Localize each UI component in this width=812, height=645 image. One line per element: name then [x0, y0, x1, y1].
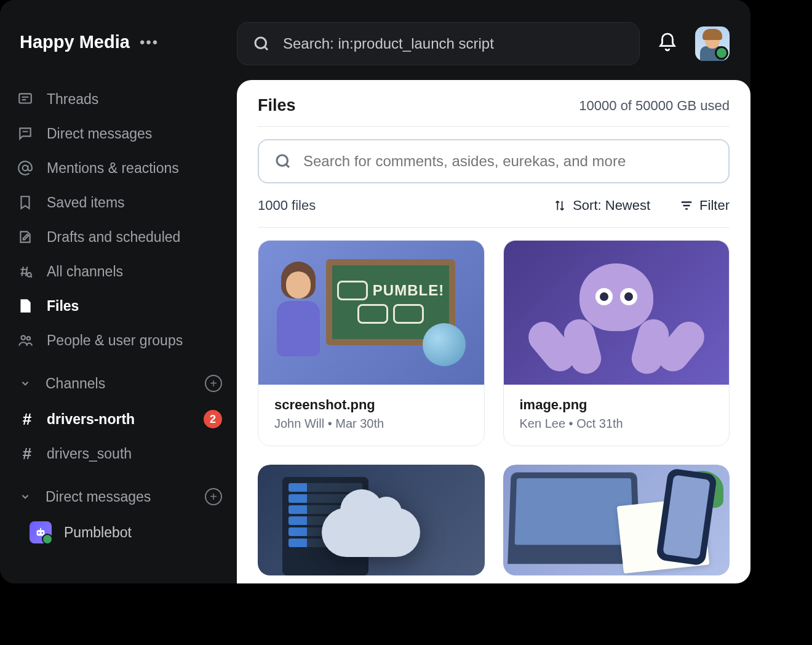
add-channel-icon[interactable]: + [205, 375, 222, 392]
nav-label: Saved items [47, 194, 125, 211]
workspace-name: Happy Media [20, 32, 130, 52]
file-meta: screenshot.png John Will • Mar 30th [258, 385, 484, 446]
svg-point-5 [27, 337, 30, 340]
filter-control[interactable]: Filter [680, 198, 730, 214]
files-grid: PUMBLE! screenshot.png John Will • Mar 3… [258, 240, 730, 575]
nav-drafts[interactable]: Drafts and scheduled [17, 220, 222, 254]
search-icon [274, 152, 292, 170]
channel-drivers-south[interactable]: # drivers_south [17, 436, 222, 471]
nav-label: Files [47, 298, 79, 314]
file-thumbnail [503, 465, 730, 575]
files-toolbar: 1000 files Sort: Newest Filter [258, 183, 730, 228]
storage-usage: 10000 of 50000 GB used [579, 98, 730, 114]
bot-avatar [30, 521, 52, 543]
chevron-down-icon [17, 378, 33, 389]
workspace-menu-icon[interactable]: ••• [140, 34, 159, 51]
svg-point-10 [277, 155, 288, 166]
file-thumbnail [504, 241, 730, 385]
nav-label: All channels [47, 263, 123, 280]
topbar: Search: in:product_launch script [237, 0, 750, 80]
file-thumbnail [258, 465, 485, 575]
filter-icon [680, 199, 693, 212]
hash-search-icon [17, 263, 33, 279]
threads-icon [17, 91, 33, 107]
nav-threads[interactable]: Threads [17, 82, 222, 116]
sort-label: Sort: Newest [573, 198, 650, 214]
at-icon [17, 160, 33, 176]
bookmark-icon [17, 194, 33, 210]
file-name: screenshot.png [274, 397, 468, 413]
svg-point-9 [255, 38, 266, 49]
hash-icon: # [20, 444, 34, 463]
channel-drivers-north[interactable]: # drivers-north 2 [17, 402, 222, 436]
nav-files[interactable]: Files [17, 289, 222, 323]
nav-label: Direct messages [47, 126, 152, 142]
file-author-date: Ken Lee • Oct 31th [520, 417, 714, 431]
sidebar: Happy Media ••• Threads Direct messages … [0, 0, 237, 583]
file-card[interactable]: PUMBLE! screenshot.png John Will • Mar 3… [258, 240, 485, 446]
main: Search: in:product_launch script Files 1… [237, 0, 750, 583]
file-thumbnail: PUMBLE! [258, 241, 484, 385]
unread-badge: 2 [204, 410, 222, 428]
search-text: Search: in:product_launch script [283, 35, 494, 52]
sort-icon [553, 199, 567, 212]
nav-mentions[interactable]: Mentions & reactions [17, 151, 222, 185]
nav-label: Drafts and scheduled [47, 229, 180, 246]
section-title: Channels [46, 375, 193, 392]
channels-section-header[interactable]: Channels + [17, 365, 222, 402]
global-search[interactable]: Search: in:product_launch script [237, 22, 640, 65]
nav-direct-messages[interactable]: Direct messages [17, 116, 222, 151]
file-author-date: John Will • Mar 30th [274, 417, 468, 431]
file-meta: image.png Ken Lee • Oct 31th [504, 385, 730, 446]
svg-point-8 [41, 532, 43, 534]
search-icon [252, 34, 271, 53]
user-avatar[interactable] [695, 26, 730, 61]
dm-section-header[interactable]: Direct messages + [17, 478, 222, 515]
nav-all-channels[interactable]: All channels [17, 254, 222, 289]
dm-icon [17, 126, 33, 142]
sort-control[interactable]: Sort: Newest [553, 198, 650, 214]
channel-name: drivers-north [47, 411, 191, 428]
files-header: Files 10000 of 50000 GB used [258, 96, 730, 127]
file-card[interactable]: image.png Ken Lee • Oct 31th [503, 240, 730, 446]
add-dm-icon[interactable]: + [205, 488, 222, 505]
nav-label: Mentions & reactions [47, 160, 179, 177]
nav-label: Threads [47, 91, 98, 108]
dm-pumblebot[interactable]: Pumblebot [17, 515, 222, 550]
channel-name: drivers_south [47, 446, 222, 462]
svg-rect-0 [19, 94, 31, 103]
workspace-header[interactable]: Happy Media ••• [17, 0, 222, 82]
hash-icon: # [20, 410, 34, 429]
nav-saved[interactable]: Saved items [17, 185, 222, 220]
svg-point-7 [38, 532, 40, 534]
section-title: Direct messages [46, 489, 193, 505]
svg-point-1 [23, 166, 28, 171]
file-count: 1000 files [258, 198, 541, 214]
notifications-icon[interactable] [657, 32, 678, 55]
file-name: image.png [520, 397, 714, 413]
nav-label: People & user groups [47, 332, 183, 349]
file-card[interactable] [503, 465, 730, 575]
file-search-icon [17, 298, 33, 314]
svg-point-4 [22, 335, 26, 340]
nav-people[interactable]: People & user groups [17, 323, 222, 358]
people-icon [17, 332, 33, 348]
files-search-input[interactable] [303, 153, 714, 170]
svg-rect-6 [37, 530, 45, 535]
draft-icon [17, 229, 33, 245]
panel-title: Files [258, 96, 296, 115]
files-search[interactable] [258, 139, 730, 183]
chevron-down-icon [17, 491, 33, 502]
dm-name: Pumblebot [64, 524, 132, 541]
file-card[interactable] [258, 465, 485, 575]
filter-label: Filter [699, 198, 730, 214]
files-panel: Files 10000 of 50000 GB used 1000 files … [237, 80, 750, 583]
app-window: Happy Media ••• Threads Direct messages … [0, 0, 750, 583]
